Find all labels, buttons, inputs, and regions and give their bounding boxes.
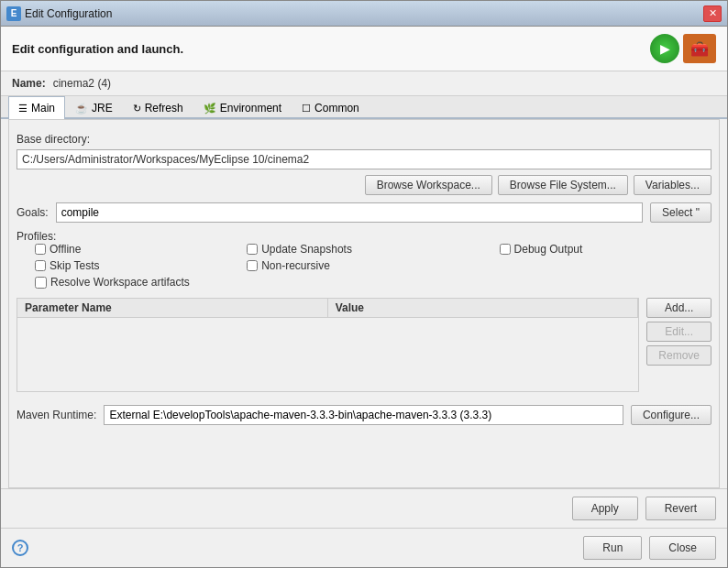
skip-tests-checkbox[interactable] [35, 260, 46, 271]
panel-border: Base directory: Browse Workspace... Brow… [8, 119, 720, 488]
common-tab-icon: ☐ [302, 103, 311, 115]
table-side-buttons: Add... Edit... Remove [646, 298, 711, 392]
variables-button[interactable]: Variables... [634, 175, 711, 195]
window-icon: E [6, 6, 21, 21]
skip-tests-checkbox-item[interactable]: Skip Tests [35, 259, 228, 272]
goals-label: Goals: [17, 206, 49, 219]
non-recursive-label: Non-recursive [261, 259, 330, 272]
maven-runtime-label: Maven Runtime: [17, 409, 96, 421]
remove-button[interactable]: Remove [646, 345, 711, 366]
tab-refresh[interactable]: ↻ Refresh [123, 96, 193, 119]
window: E Edit Configuration ✕ Edit configuratio… [0, 0, 728, 568]
title-bar-left: E Edit Configuration [6, 6, 112, 21]
offline-checkbox-item[interactable]: Offline [35, 243, 228, 256]
browse-workspace-button[interactable]: Browse Workspace... [365, 175, 492, 195]
tab-main-label: Main [31, 102, 55, 115]
tab-refresh-label: Refresh [145, 102, 183, 115]
apply-revert-bar: Apply Revert [1, 488, 727, 528]
resolve-row[interactable]: Resolve Workspace artifacts [17, 276, 711, 289]
maven-runtime-select[interactable]: External E:\developTools\apache-maven-3.… [104, 405, 623, 425]
tab-jre-label: JRE [92, 102, 113, 115]
non-recursive-checkbox[interactable] [247, 260, 258, 271]
tab-common-label: Common [314, 102, 359, 115]
jre-tab-icon: ☕ [75, 103, 88, 115]
base-directory-input[interactable] [17, 149, 711, 169]
edit-button[interactable]: Edit... [646, 322, 711, 342]
name-value: cinema2 (4) [53, 77, 111, 90]
main-tab-icon: ☰ [18, 103, 28, 115]
debug-output-label: Debug Output [514, 243, 583, 256]
tab-main[interactable]: ☰ Main [8, 96, 65, 119]
configure-button[interactable]: Configure... [631, 405, 711, 425]
maven-runtime-row: Maven Runtime: External E:\developTools\… [17, 401, 711, 429]
update-snapshots-label: Update Snapshots [261, 243, 352, 256]
table-header: Parameter Name Value [17, 299, 638, 318]
update-snapshots-checkbox[interactable] [247, 244, 258, 255]
browse-buttons-row: Browse Workspace... Browse File System..… [17, 175, 711, 195]
add-button[interactable]: Add... [646, 298, 711, 318]
name-label: Name: [12, 77, 46, 90]
resolve-workspace-label: Resolve Workspace artifacts [50, 276, 190, 289]
run-button[interactable]: Run [583, 536, 642, 560]
environment-tab-icon: 🌿 [204, 103, 216, 115]
window-title: Edit Configuration [25, 7, 112, 20]
tab-environment-label: Environment [220, 102, 281, 115]
table-body [17, 318, 638, 391]
tab-environment[interactable]: 🌿 Environment [193, 96, 292, 119]
table-container: Parameter Name Value [17, 298, 639, 392]
help-button[interactable]: ? [12, 540, 28, 556]
header-icons: ▶ 🧰 [650, 34, 716, 63]
browse-filesystem-button[interactable]: Browse File System... [498, 175, 628, 195]
update-snapshots-checkbox-item[interactable]: Update Snapshots [247, 243, 480, 256]
panel-content: Base directory: Browse Workspace... Brow… [9, 120, 719, 487]
resolve-workspace-checkbox[interactable] [35, 277, 47, 289]
profiles-section: Profiles: Offline Update Snapshots De [17, 230, 711, 289]
close-window-button[interactable]: ✕ [703, 5, 722, 22]
tab-jre[interactable]: ☕ JRE [65, 96, 123, 119]
revert-button[interactable]: Revert [645, 497, 716, 520]
goals-input[interactable] [56, 202, 643, 223]
debug-output-checkbox[interactable] [500, 244, 511, 255]
apply-button[interactable]: Apply [572, 497, 638, 520]
profiles-label: Profiles: [17, 230, 56, 243]
name-row: Name: cinema2 (4) [1, 71, 727, 96]
select-button[interactable]: Select " [650, 202, 711, 223]
outer-container: Base directory: Browse Workspace... Brow… [1, 119, 727, 488]
non-recursive-checkbox-item[interactable]: Non-recursive [247, 259, 480, 272]
toolbox-icon: 🧰 [683, 34, 716, 63]
skip-tests-label: Skip Tests [50, 259, 99, 272]
base-directory-label: Base directory: [17, 133, 711, 146]
title-bar: E Edit Configuration ✕ [1, 1, 727, 27]
debug-output-checkbox-item[interactable]: Debug Output [500, 243, 711, 256]
offline-label: Offline [50, 243, 81, 256]
tab-common[interactable]: ☐ Common [292, 96, 370, 119]
checkboxes-grid: Offline Update Snapshots Debug Output [17, 243, 711, 272]
goals-row: Goals: Select " [17, 202, 711, 223]
table-wrapper: Parameter Name Value Add... Edit... Remo… [17, 298, 711, 392]
refresh-tab-icon: ↻ [133, 103, 141, 115]
tabs-bar: ☰ Main ☕ JRE ↻ Refresh 🌿 Environment ☐ C… [1, 96, 727, 119]
offline-checkbox[interactable] [35, 244, 46, 255]
header-area: Edit configuration and launch. ▶ 🧰 [1, 27, 727, 71]
footer: ? Run Close [1, 528, 727, 567]
close-button[interactable]: Close [649, 536, 716, 560]
header-title: Edit configuration and launch. [12, 42, 183, 56]
run-icon: ▶ [650, 34, 679, 63]
param-name-col: Parameter Name [17, 299, 328, 317]
value-col: Value [328, 299, 639, 317]
